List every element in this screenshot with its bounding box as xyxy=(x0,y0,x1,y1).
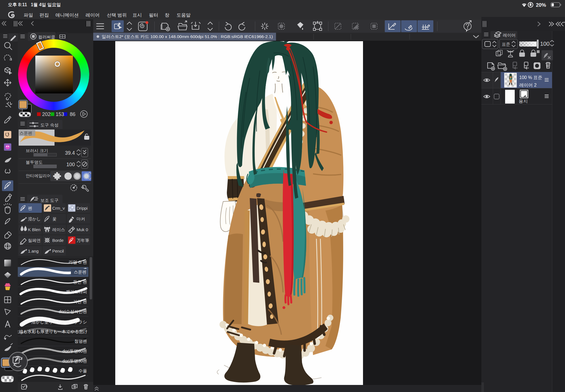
svg-text:100: 100 xyxy=(540,41,549,47)
svg-text:보조 도구: 보조 도구 xyxy=(40,198,58,203)
svg-text:溶かし: 溶かし xyxy=(28,216,41,221)
svg-text:청명펜: 청명펜 xyxy=(74,339,87,343)
svg-text:dori투명30펜: dori투명30펜 xyxy=(62,358,87,363)
svg-text:캘리그라피: 캘리그라피 xyxy=(66,289,87,294)
svg-text:dori투명60펜: dori투명60펜 xyxy=(62,349,87,353)
svg-text:마커: 마커 xyxy=(77,216,85,221)
svg-text:스푼펜: 스푼펜 xyxy=(19,131,32,135)
svg-text:Borde: Borde xyxy=(52,238,64,243)
svg-text:레이어 2: 레이어 2 xyxy=(519,83,536,87)
svg-text:K Blen: K Blen xyxy=(28,227,40,232)
svg-text:펜: 펜 xyxy=(28,206,32,211)
svg-text:39.4: 39.4 xyxy=(65,150,75,156)
svg-text:수풀: 수풀 xyxy=(79,368,87,373)
svg-text:溶かし塗り - てんさいブラシ: 溶かし塗り - てんさいブラシ xyxy=(31,319,87,324)
svg-text:153: 153 xyxy=(56,111,64,117)
svg-text:100: 100 xyxy=(66,162,75,167)
svg-text:Pencil: Pencil xyxy=(52,249,64,253)
svg-text:100 % 표준: 100 % 표준 xyxy=(519,75,542,80)
svg-text:브러시 크기: 브러시 크기 xyxy=(26,148,48,153)
svg-text:표준: 표준 xyxy=(502,42,510,47)
svg-text:리얼 G 펜: 리얼 G 펜 xyxy=(69,260,87,264)
svg-text:레이어: 레이어 xyxy=(503,33,516,38)
svg-text:主線も水彩も厚塗りも一本でやる怠け: 主線も水彩も厚塗りも一本でやる怠け xyxy=(18,329,88,334)
svg-text:86: 86 xyxy=(70,111,75,117)
svg-text:도구 속성: 도구 속성 xyxy=(40,122,58,127)
svg-text:Muk 0: Muk 0 xyxy=(77,227,88,232)
svg-text:Drippi: Drippi xyxy=(77,206,88,211)
svg-text:꽃: 꽃 xyxy=(52,216,56,221)
svg-text:스푼펜: 스푼펜 xyxy=(74,270,86,274)
svg-text:둥근 펜: 둥근 펜 xyxy=(73,279,87,284)
svg-text:거친 펜: 거친 펜 xyxy=(73,299,87,304)
svg-text:용지: 용지 xyxy=(519,99,528,104)
svg-text:Crm_v: Crm_v xyxy=(52,206,65,211)
svg-text:万年筆: 万年筆 xyxy=(77,238,89,243)
svg-text:1.ang: 1.ang xyxy=(28,249,39,253)
svg-text:20%: 20% xyxy=(536,2,546,8)
svg-text:릴페연: 릴페연 xyxy=(28,238,41,243)
svg-text:dori수성싸인펜: dori수성싸인펜 xyxy=(59,309,87,314)
svg-text:202: 202 xyxy=(42,111,51,117)
svg-text:레이스: 레이스 xyxy=(52,227,65,232)
svg-text:불투명도: 불투명도 xyxy=(26,160,43,165)
